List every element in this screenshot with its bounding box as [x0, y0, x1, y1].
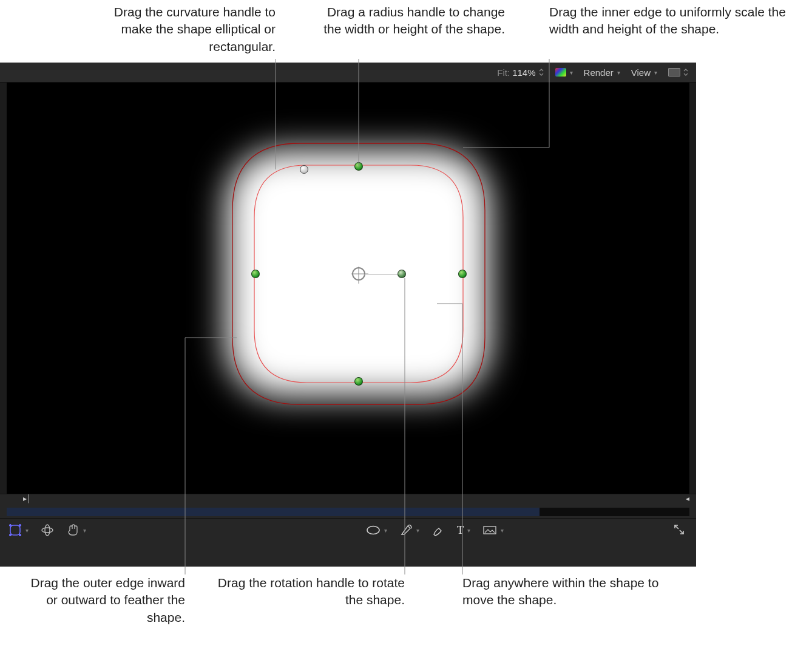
media-drop-tool[interactable]: ▾: [482, 525, 504, 536]
fit-value: 114%: [512, 67, 535, 78]
svg-point-7: [367, 527, 379, 534]
text-tool[interactable]: T ▾: [457, 523, 471, 537]
ellipse-mask-tool[interactable]: ▾: [366, 525, 387, 536]
viewer-top-toolbar: Fit: 114% ▾ Render ▾ View ▾: [0, 63, 696, 83]
mini-timeline[interactable]: ▸│ ◂: [0, 494, 696, 518]
shape-tool[interactable]: ▾: [8, 523, 29, 537]
timeline-range: [7, 508, 540, 516]
display-swatch-icon: [668, 68, 680, 77]
radius-handle-top[interactable]: [354, 162, 363, 171]
timeline-end-marker-icon[interactable]: ◂: [686, 494, 689, 503]
svg-rect-8: [484, 527, 496, 534]
expand-viewer-button[interactable]: [673, 523, 685, 536]
3d-transform-tool[interactable]: [41, 523, 54, 537]
svg-point-2: [19, 524, 21, 526]
chevron-down-icon: ▾: [501, 527, 504, 534]
annotations-top: Drag the curvature handle to make the sh…: [0, 0, 812, 62]
pen-tool[interactable]: ▾: [399, 523, 419, 537]
chevron-down-icon: ▾: [654, 69, 657, 76]
chevron-down-icon: ▾: [384, 527, 387, 534]
chevron-down-icon: ▾: [617, 69, 620, 76]
radius-handle-bottom[interactable]: [354, 377, 363, 386]
color-channel-control[interactable]: ▾: [555, 68, 573, 77]
fit-label: Fit:: [497, 67, 510, 78]
viewer-bottom-toolbar: ▾ ▾ ▾ ▾ T ▾: [0, 518, 696, 567]
callout-radius: Drag a radius handle to change the width…: [323, 4, 505, 38]
pan-tool[interactable]: ▾: [66, 523, 86, 537]
chevron-down-icon: ▾: [570, 69, 573, 76]
view-label: View: [631, 67, 651, 78]
svg-point-4: [19, 534, 21, 536]
chevron-down-icon: ▾: [467, 527, 470, 534]
callout-inner-edge: Drag the inner edge to uniformly scale t…: [549, 4, 798, 38]
fit-control[interactable]: Fit: 114%: [497, 67, 544, 78]
svg-point-3: [9, 534, 11, 536]
callout-curvature: Drag the curvature handle to make the sh…: [93, 4, 276, 55]
text-tool-label: T: [457, 523, 464, 537]
chevron-down-icon: ▾: [416, 527, 419, 534]
svg-rect-0: [10, 525, 20, 535]
render-menu[interactable]: Render ▾: [584, 67, 620, 78]
display-swatch-control[interactable]: [668, 68, 689, 77]
curvature-handle[interactable]: [300, 165, 308, 174]
rotation-handle[interactable]: [398, 270, 406, 278]
chevron-down-icon: ▾: [25, 527, 29, 534]
svg-point-1: [9, 524, 11, 526]
radius-handle-left[interactable]: [251, 270, 260, 278]
view-menu[interactable]: View ▾: [631, 67, 657, 78]
callout-rotation: Drag the rotation handle to rotate the s…: [211, 574, 405, 609]
app-window: Fit: 114% ▾ Render ▾ View ▾: [0, 63, 696, 567]
center-anchor[interactable]: [352, 267, 365, 281]
render-label: Render: [584, 67, 614, 78]
paint-brush-tool[interactable]: [431, 523, 445, 537]
timeline-start-marker-icon[interactable]: ▸│: [23, 494, 32, 503]
canvas-viewport[interactable]: [7, 83, 689, 494]
stepper-icon: [683, 68, 689, 77]
timeline-track[interactable]: [7, 508, 689, 516]
svg-point-6: [45, 525, 50, 536]
stepper-icon: [538, 68, 544, 77]
radius-handle-right[interactable]: [458, 270, 467, 278]
svg-point-5: [42, 528, 53, 533]
callout-move: Drag anywhere within the shape to move t…: [462, 574, 669, 609]
callout-outer-edge: Drag the outer edge inward or outward to…: [27, 574, 185, 626]
chevron-down-icon: ▾: [83, 527, 86, 534]
rotation-stem: [364, 274, 401, 274]
color-channels-icon: [555, 68, 566, 77]
